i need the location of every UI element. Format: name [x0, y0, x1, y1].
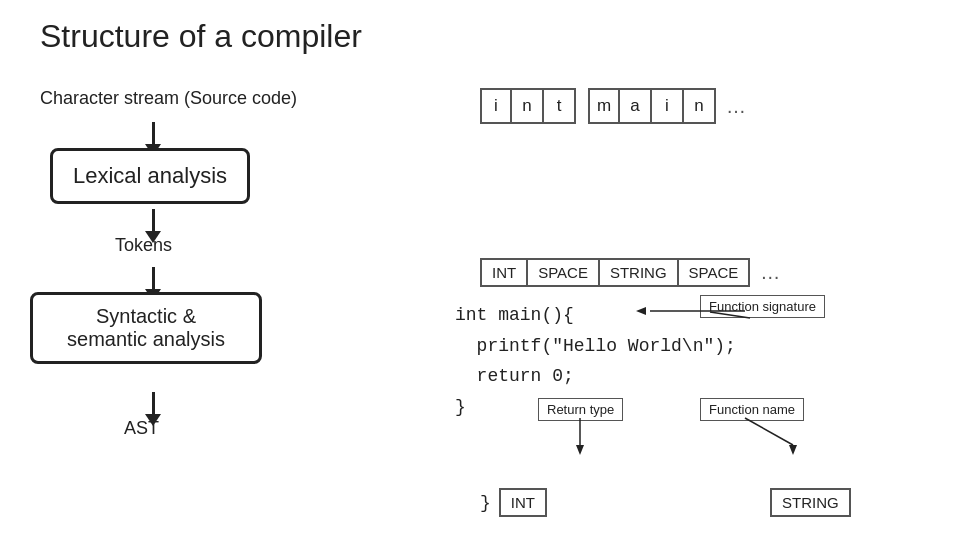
- char-stream-label: Character stream (Source code): [40, 88, 297, 109]
- token-string: STRING: [600, 258, 679, 287]
- bottom-token-row: } INT: [480, 488, 547, 517]
- syntactic-analysis-box: Syntactic & semantic analysis: [30, 292, 262, 364]
- token-ellipsis: …: [760, 261, 780, 284]
- bottom-string: STRING: [770, 488, 851, 517]
- token-space2: SPACE: [679, 258, 751, 287]
- code-line3: return 0;: [455, 361, 736, 392]
- function-name-label: Function name: [700, 398, 804, 421]
- char-i: i: [480, 88, 512, 124]
- token-int: INT: [480, 258, 528, 287]
- char-stream-boxes: i n t m a i n …: [480, 88, 746, 124]
- token-space1: SPACE: [528, 258, 600, 287]
- return-type-label: Return type: [538, 398, 623, 421]
- function-signature-label: Function signature: [700, 295, 825, 318]
- char-ellipsis: …: [726, 95, 746, 118]
- lexical-analysis-box: Lexical analysis: [50, 148, 250, 204]
- tokens-label: Tokens: [115, 235, 172, 256]
- closing-brace: }: [480, 493, 491, 513]
- code-line2: printf("Hello World\n");: [455, 331, 736, 362]
- char-n: n: [512, 88, 544, 124]
- char-a: a: [620, 88, 652, 124]
- svg-line-3: [745, 418, 793, 445]
- svg-marker-4: [789, 445, 797, 455]
- page-title: Structure of a compiler: [40, 18, 362, 55]
- char-n2: n: [684, 88, 716, 124]
- char-m: m: [588, 88, 620, 124]
- token-row: INT SPACE STRING SPACE …: [480, 258, 780, 287]
- code-line1: int main(){: [455, 300, 736, 331]
- char-i2: i: [652, 88, 684, 124]
- bottom-int: INT: [499, 488, 547, 517]
- svg-marker-2: [576, 445, 584, 455]
- char-t: t: [544, 88, 576, 124]
- ast-label: AST: [124, 418, 159, 439]
- syntactic-label: Syntactic & semantic analysis: [67, 305, 225, 350]
